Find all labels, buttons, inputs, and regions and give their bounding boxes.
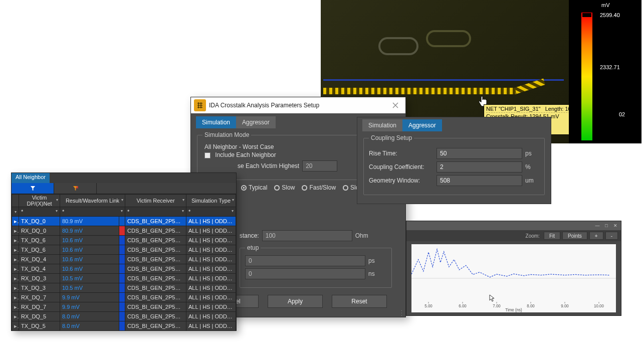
result-link[interactable]: 10.6 mV xyxy=(60,264,119,274)
tab-simulation[interactable]: Simulation xyxy=(362,119,402,131)
result-link[interactable]: 8.0 mV xyxy=(60,312,119,321)
result-link[interactable]: 10.6 mV xyxy=(60,255,119,264)
geometry-window-input[interactable] xyxy=(437,175,522,186)
filter-cell[interactable]: ▾ xyxy=(12,207,19,217)
rise-time-unit: ps xyxy=(525,150,539,157)
choose-highest-input[interactable] xyxy=(302,160,337,171)
include-each-checkbox[interactable] xyxy=(204,152,210,158)
close-icon[interactable]: ✕ xyxy=(612,223,619,228)
choose-highest-label: se Each Victim Highest xyxy=(238,162,299,169)
coupling-setup-legend: Coupling Setup xyxy=(369,134,414,141)
results-table[interactable]: Victim DP/(X)Net▾ Result/Waveform Link▾ … xyxy=(12,194,236,331)
rise-time-input[interactable] xyxy=(437,148,522,159)
result-col-header[interactable]: Result/Waveform Link▾ xyxy=(60,195,125,207)
filter-button[interactable] xyxy=(12,183,54,194)
severity-color-swatch xyxy=(119,255,125,264)
victim-cell: TX_DQ_0 xyxy=(19,217,60,226)
expand-toggle[interactable]: ▸ xyxy=(12,283,19,293)
dialog-titlebar[interactable]: IDA Crosstalk Analysis Parameters Setup xyxy=(191,97,405,113)
funnel-clear-icon xyxy=(73,186,78,191)
table-row[interactable]: ▸RX_DQ_58.0 mVCDS_BI_GEN_2P5V_10_1...ALL… xyxy=(12,312,236,321)
minimize-icon[interactable]: — xyxy=(594,223,601,228)
table-row[interactable]: ▸TX_DQ_080.9 mVCDS_BI_GEN_2P5V_10_1...AL… xyxy=(12,217,236,226)
filter-cell[interactable]: *▾ xyxy=(19,207,60,217)
result-link[interactable]: 10.6 mV xyxy=(60,236,119,245)
tab-simulation[interactable]: Simulation xyxy=(196,116,236,128)
slow-radio[interactable]: Slow xyxy=(274,184,295,191)
expand-toggle[interactable]: ▸ xyxy=(12,302,19,312)
tab-aggressor[interactable]: Aggressor xyxy=(402,119,442,131)
apply-button[interactable]: Apply xyxy=(268,295,323,308)
zoom-points-button[interactable]: Points xyxy=(562,232,587,240)
coupling-coef-input[interactable] xyxy=(437,161,522,173)
result-link[interactable]: 80.9 mV xyxy=(60,226,119,236)
expand-toggle[interactable]: ▸ xyxy=(12,274,19,283)
simulation-mode-legend: Simulation Mode xyxy=(202,131,251,138)
close-button[interactable] xyxy=(385,97,405,113)
expand-toggle[interactable]: ▸ xyxy=(12,245,19,255)
tooltip-net-prefix: NET xyxy=(486,106,497,112)
expand-toggle[interactable]: ▸ xyxy=(12,264,19,274)
expand-toggle[interactable]: ▸ xyxy=(12,226,19,236)
receiver-cell: CDS_BI_GEN_2P5V_10_1... xyxy=(125,236,186,245)
severity-color-swatch xyxy=(119,293,125,302)
receiver-cell: CDS_BI_GEN_2P5V_10_1... xyxy=(125,312,186,321)
result-link[interactable]: 8.0 mV xyxy=(60,321,119,331)
waveform-plot[interactable]: 5.006.007.008.009.0010.00 Time (ns) xyxy=(411,244,616,312)
severity-color-swatch xyxy=(119,312,125,321)
filter-cell[interactable]: *▾ xyxy=(125,207,186,217)
reset-button[interactable]: Reset xyxy=(332,295,387,308)
receiver-cell: CDS_BI_GEN_2P5V_10_1... xyxy=(125,245,186,255)
expand-toggle[interactable]: ▸ xyxy=(12,255,19,264)
expand-toggle[interactable]: ▸ xyxy=(12,217,19,226)
fast-slow-radio[interactable]: Fast/Slow xyxy=(302,184,336,191)
filter-cell[interactable]: *▾ xyxy=(186,207,236,217)
result-link[interactable]: 10.6 mV xyxy=(60,245,119,255)
timing-b-input[interactable] xyxy=(245,268,365,279)
receiver-cell: CDS_BI_GEN_2P5V_10_1... xyxy=(125,283,186,293)
table-row[interactable]: ▸TX_DQ_58.0 mVCDS_BI_GEN_2P5V_10_1...ALL… xyxy=(12,321,236,331)
severity-color-swatch xyxy=(119,264,125,274)
expand-toggle[interactable]: ▸ xyxy=(12,312,19,321)
result-link[interactable]: 9.9 mV xyxy=(60,302,119,312)
pcb-pad-outline xyxy=(378,37,418,55)
table-row[interactable]: ▸TX_DQ_310.5 mVCDS_BI_GEN_2P5V_10_1...AL… xyxy=(12,283,236,293)
table-row[interactable]: ▸TX_DQ_610.6 mVCDS_BI_GEN_2P5V_10_1...AL… xyxy=(12,236,236,245)
typical-radio[interactable]: Typical xyxy=(241,184,267,191)
result-link[interactable]: 10.5 mV xyxy=(60,274,119,283)
expand-toggle[interactable]: ▸ xyxy=(12,321,19,331)
filter-cell[interactable]: *▾ xyxy=(60,207,125,217)
legend-gradient xyxy=(581,13,592,140)
timing-a-input[interactable] xyxy=(245,255,365,266)
table-row[interactable]: ▸RX_DQ_79.9 mVCDS_BI_GEN_2P5V_10_1...ALL… xyxy=(12,302,236,312)
resize-grip-icon[interactable]: ⋰ xyxy=(398,309,405,316)
result-link[interactable]: 10.5 mV xyxy=(60,283,119,293)
maximize-icon[interactable]: □ xyxy=(603,223,610,228)
simtype-col-header[interactable]: Simulation Type▾ xyxy=(186,195,236,207)
expand-toggle[interactable]: ▸ xyxy=(12,236,19,245)
expand-col-header[interactable] xyxy=(12,195,19,207)
severity-color-swatch xyxy=(119,236,125,245)
svg-text:9.00: 9.00 xyxy=(561,303,569,308)
waveform-titlebar[interactable]: — □ ✕ xyxy=(406,221,621,230)
zoom-out-button[interactable]: - xyxy=(605,232,618,240)
table-row[interactable]: ▸RX_DQ_79.9 mVCDS_BI_GEN_2P5V_10_1...ALL… xyxy=(12,293,236,302)
table-row[interactable]: ▸RX_DQ_080.9 mVCDS_BI_GEN_2P5V_10_1...AL… xyxy=(12,226,236,236)
results-tab-all-neighbor[interactable]: All Neighbor xyxy=(12,173,50,183)
receiver-col-header[interactable]: Victim Receiver▾ xyxy=(125,195,186,207)
receiver-cell: CDS_BI_GEN_2P5V_10_1... xyxy=(125,255,186,264)
table-row[interactable]: ▸TX_DQ_610.6 mVCDS_BI_GEN_2P5V_10_1...AL… xyxy=(12,245,236,255)
table-row[interactable]: ▸RX_DQ_310.5 mVCDS_BI_GEN_2P5V_10_1...AL… xyxy=(12,274,236,283)
table-row[interactable]: ▸RX_DQ_410.6 mVCDS_BI_GEN_2P5V_10_1...AL… xyxy=(12,255,236,264)
zoom-in-button[interactable]: + xyxy=(589,232,603,240)
table-row[interactable]: ▸TX_DQ_410.6 mVCDS_BI_GEN_2P5V_10_1...AL… xyxy=(12,264,236,274)
zoom-fit-button[interactable]: Fit xyxy=(544,232,560,240)
result-link[interactable]: 80.9 mV xyxy=(60,217,119,226)
simtype-cell: ALL | HS | ODD | TYP xyxy=(186,283,236,293)
clear-filter-button[interactable] xyxy=(54,183,97,194)
expand-toggle[interactable]: ▸ xyxy=(12,293,19,302)
victim-col-header[interactable]: Victim DP/(X)Net▾ xyxy=(19,195,60,207)
impedance-input[interactable] xyxy=(262,230,352,241)
result-link[interactable]: 9.9 mV xyxy=(60,293,119,302)
tab-aggressor[interactable]: Aggressor xyxy=(236,116,276,128)
